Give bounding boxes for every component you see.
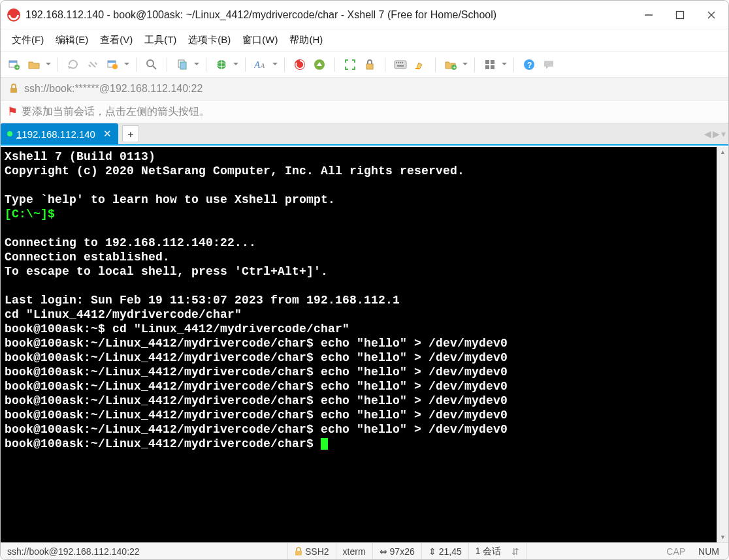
session-tab[interactable]: 1 192.168.112.140 ✕ <box>1 123 118 144</box>
copy-icon[interactable] <box>176 58 189 71</box>
status-size: ⇔97x26 <box>373 543 422 559</box>
svg-text:?: ? <box>527 61 532 70</box>
term-prompt: book@100ask:~/Linux_4412/mydrivercode/ch… <box>5 366 321 379</box>
tab-next-icon[interactable]: ▶ <box>713 129 720 139</box>
lock-indicator-icon <box>8 84 19 94</box>
term-prompt: book@100ask:~/Linux_4412/mydrivercode/ch… <box>5 337 321 350</box>
chat-icon[interactable] <box>542 58 555 71</box>
svg-point-11 <box>147 60 154 67</box>
term-prompt: book@100ask:~/Linux_4412/mydrivercode/ch… <box>5 409 321 422</box>
term-line: To escape to local shell, press 'Ctrl+Al… <box>5 265 328 278</box>
reconnect-icon[interactable] <box>67 58 80 71</box>
menu-help[interactable]: 帮助(H) <box>284 31 329 49</box>
lock-icon[interactable] <box>363 58 376 71</box>
status-numlock: NUM <box>692 543 728 559</box>
flag-icon: ⚑ <box>7 104 18 119</box>
svg-rect-38 <box>10 88 17 93</box>
address-bar[interactable]: ssh://book:******@192.168.112.140:22 <box>1 78 728 101</box>
scrollbar[interactable]: ▲ ▼ <box>717 147 728 542</box>
svg-rect-27 <box>402 62 403 63</box>
globe-icon[interactable] <box>215 58 228 71</box>
fullscreen-icon[interactable] <box>344 58 357 71</box>
open-session-icon[interactable] <box>27 58 40 71</box>
term-cmd: cd "Linux_4412/mydrivercode/char" <box>112 322 349 335</box>
menu-bar: 文件(F) 编辑(E) 查看(V) 工具(T) 选项卡(B) 窗口(W) 帮助(… <box>1 29 728 52</box>
maximize-button[interactable] <box>664 1 696 29</box>
svg-text:+: + <box>453 65 456 70</box>
svg-rect-33 <box>491 60 494 64</box>
status-bar: ssh://book@192.168.112.140:22 SSH2 xterm… <box>1 542 728 559</box>
term-cmd: echo "hello" > /dev/mydev0 <box>321 351 508 364</box>
help-icon[interactable]: ? <box>523 58 536 71</box>
disconnect-icon[interactable] <box>86 58 99 71</box>
status-sessions: 1 会话 ⇵ <box>469 543 526 559</box>
svg-rect-23 <box>395 61 406 69</box>
menu-tabs[interactable]: 选项卡(B) <box>182 31 236 49</box>
title-bar: 192.168.112.140 - book@100ask: ~/Linux_4… <box>1 1 728 29</box>
tab-label: 192.168.112.140 <box>22 129 95 140</box>
keyboard-icon[interactable] <box>394 58 407 71</box>
status-address: ssh://book@192.168.112.140:22 <box>1 543 288 559</box>
new-tab-button[interactable]: + <box>122 125 139 142</box>
tile-dropdown[interactable] <box>501 61 507 68</box>
svg-rect-29 <box>415 68 419 69</box>
svg-rect-14 <box>180 62 186 69</box>
tab-close-icon[interactable]: ✕ <box>103 128 112 140</box>
menu-tools[interactable]: 工具(T) <box>138 31 182 49</box>
svg-text:A: A <box>260 62 265 69</box>
font-dropdown[interactable] <box>272 61 278 68</box>
search-icon[interactable] <box>145 58 158 71</box>
minimize-button[interactable] <box>633 1 664 29</box>
tile-icon[interactable] <box>483 58 496 71</box>
svg-line-12 <box>153 66 156 69</box>
open-session-dropdown[interactable] <box>45 61 51 68</box>
term-cmd: echo "hello" > /dev/mydev0 <box>321 366 508 379</box>
globe-dropdown[interactable] <box>233 61 238 68</box>
svg-rect-32 <box>485 60 489 64</box>
svg-rect-26 <box>400 62 401 63</box>
tab-bar: 1 192.168.112.140 ✕ + ◀ ▶ ▾ <box>1 123 728 146</box>
svg-rect-25 <box>398 62 399 63</box>
term-prompt: book@100ask:~/Linux_4412/mydrivercode/ch… <box>5 394 321 407</box>
svg-text:+: + <box>16 65 19 70</box>
highlight-icon[interactable] <box>413 58 427 71</box>
svg-rect-5 <box>9 61 17 63</box>
term-line: cd "Linux_4412/mydrivercode/char" <box>5 308 242 321</box>
properties-icon[interactable] <box>106 58 119 71</box>
terminal-area: Xshell 7 (Build 0113) Copyright (c) 2020… <box>1 147 728 542</box>
menu-view[interactable]: 查看(V) <box>94 31 138 49</box>
xshell-icon[interactable] <box>293 58 306 71</box>
xftp-icon[interactable] <box>313 58 326 71</box>
font-icon[interactable]: AA <box>254 58 267 71</box>
terminal[interactable]: Xshell 7 (Build 0113) Copyright (c) 2020… <box>1 147 717 542</box>
scroll-down-icon[interactable]: ▼ <box>717 532 728 542</box>
menu-window[interactable]: 窗口(W) <box>236 31 284 49</box>
tab-prev-icon[interactable]: ◀ <box>704 129 711 139</box>
tab-list-icon[interactable]: ▾ <box>721 129 726 139</box>
svg-rect-34 <box>485 65 489 69</box>
svg-rect-24 <box>396 62 397 63</box>
tab-nav: ◀ ▶ ▾ <box>704 129 726 139</box>
term-line: Type `help' to learn how to use Xshell p… <box>5 193 335 206</box>
scroll-up-icon[interactable]: ▲ <box>717 147 728 157</box>
lock-small-icon <box>295 547 302 556</box>
term-local-prompt: [C:\~]$ <box>5 208 55 221</box>
properties-dropdown[interactable] <box>123 61 129 68</box>
cursor <box>321 438 328 450</box>
menu-edit[interactable]: 编辑(E) <box>50 31 94 49</box>
address-text: ssh://book:******@192.168.112.140:22 <box>24 83 202 95</box>
status-cursor-pos: ⇕21,45 <box>422 543 469 559</box>
term-prompt: book@100ask:~/Linux_4412/mydrivercode/ch… <box>5 380 321 393</box>
term-line: Last login: Sun Feb 19 11:53:07 2023 fro… <box>5 294 400 307</box>
new-folder-icon[interactable]: + <box>444 58 457 71</box>
term-prompt: book@100ask:~/Linux_4412/mydrivercode/ch… <box>5 423 321 436</box>
term-prompt: book@100ask:~$ <box>5 322 112 335</box>
menu-file[interactable]: 文件(F) <box>6 31 50 49</box>
close-button[interactable] <box>696 1 727 29</box>
new-folder-dropdown[interactable] <box>462 61 468 68</box>
term-line: Connection established. <box>5 251 170 264</box>
svg-rect-22 <box>366 64 373 69</box>
new-session-icon[interactable]: + <box>8 58 21 71</box>
copy-dropdown[interactable] <box>193 61 199 68</box>
term-cmd: echo "hello" > /dev/mydev0 <box>321 394 508 407</box>
